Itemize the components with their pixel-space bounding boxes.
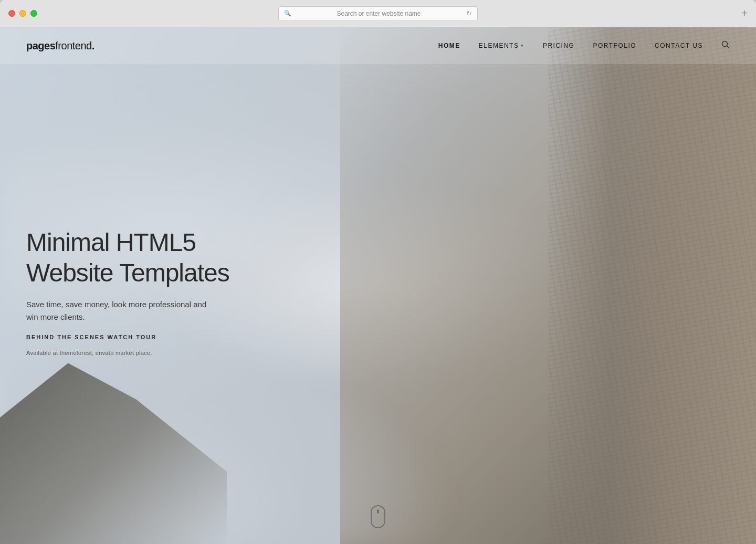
hero-content: Minimal HTML5 Website Templates Save tim… bbox=[26, 227, 278, 357]
scroll-indicator bbox=[371, 505, 385, 528]
hero-note: Available at themeforest, envato market … bbox=[26, 350, 152, 356]
nav-menu: HOME ELEMENTS ▾ PRICING PORTFOLIO CONTAC… bbox=[438, 40, 730, 51]
logo-pages: pages bbox=[26, 40, 55, 52]
hero-cta-button[interactable]: BEHIND THE SCENES WATCH TOUR bbox=[26, 334, 278, 340]
refresh-icon[interactable]: ↻ bbox=[466, 9, 472, 17]
search-icon bbox=[721, 40, 730, 51]
address-bar[interactable]: 🔍 Search or enter website name ↻ bbox=[278, 6, 478, 21]
address-bar-container: 🔍 Search or enter website name ↻ bbox=[278, 6, 478, 21]
navbar: pages frontend . HOME ELEMENTS ▾ PRICING… bbox=[0, 27, 756, 64]
search-icon: 🔍 bbox=[284, 10, 291, 17]
nav-search-button[interactable] bbox=[721, 40, 730, 51]
scroll-mouse bbox=[371, 505, 385, 528]
logo[interactable]: pages frontend . bbox=[26, 40, 94, 52]
new-tab-button[interactable]: + bbox=[741, 7, 748, 19]
address-bar-text: Search or enter website name bbox=[295, 10, 463, 17]
minimize-button[interactable] bbox=[19, 10, 26, 17]
scroll-dot bbox=[377, 509, 379, 514]
nav-item-home[interactable]: HOME bbox=[438, 42, 460, 49]
rock-texture bbox=[548, 27, 756, 544]
website-viewport: pages frontend . HOME ELEMENTS ▾ PRICING… bbox=[0, 27, 756, 544]
logo-frontend: frontend bbox=[55, 40, 91, 52]
hero-subtitle: Save time, save money, look more profess… bbox=[26, 298, 215, 323]
logo-dot: . bbox=[92, 40, 95, 52]
nav-item-portfolio[interactable]: PORTFOLIO bbox=[593, 42, 636, 49]
maximize-button[interactable] bbox=[30, 10, 37, 17]
nav-item-pricing[interactable]: PRICING bbox=[543, 42, 575, 49]
title-bar: 🔍 Search or enter website name ↻ + bbox=[0, 0, 756, 27]
traffic-lights bbox=[8, 10, 37, 17]
svg-line-1 bbox=[727, 46, 729, 48]
hero-title: Minimal HTML5 Website Templates bbox=[26, 227, 278, 288]
close-button[interactable] bbox=[8, 10, 15, 17]
chevron-down-icon: ▾ bbox=[521, 43, 524, 48]
nav-item-contact[interactable]: CONTACT US bbox=[655, 42, 703, 49]
nav-item-elements[interactable]: ELEMENTS ▾ bbox=[479, 42, 524, 49]
